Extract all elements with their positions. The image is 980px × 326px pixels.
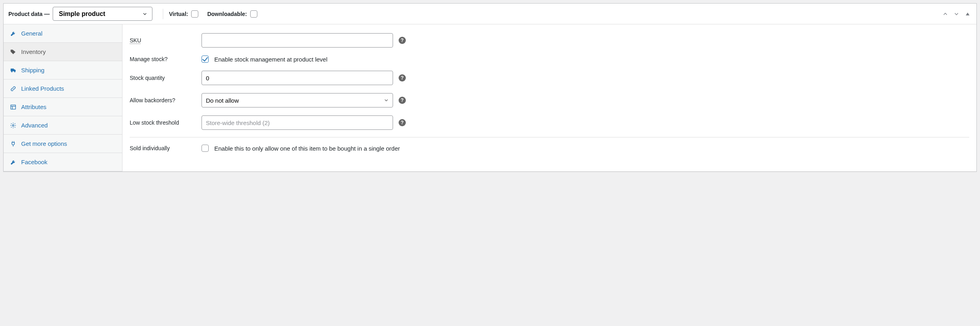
wrench-icon — [10, 159, 16, 165]
sidebar-tabs: GeneralInventoryShippingLinked ProductsA… — [4, 24, 122, 171]
manage-stock-label: Manage stock? — [130, 56, 202, 62]
tab-linked[interactable]: Linked Products — [4, 80, 122, 98]
sold-individually-label: Sold individually — [130, 145, 202, 151]
low-stock-input[interactable] — [202, 115, 393, 130]
tab-label: Shipping — [21, 67, 44, 74]
tab-label: Attributes — [21, 103, 46, 110]
tab-label: Get more options — [21, 140, 67, 147]
row-low-stock: Low stock threshold ? — [122, 111, 976, 134]
product-type-select[interactable]: Simple product — [53, 7, 152, 21]
divider — [163, 9, 163, 19]
collapse-icon[interactable] — [964, 10, 972, 18]
tab-label: Linked Products — [21, 85, 64, 92]
tab-label: Inventory — [21, 48, 46, 55]
product-data-panel: Product data — Simple product Virtual: D… — [3, 3, 977, 172]
downloadable-checkbox[interactable] — [250, 10, 257, 18]
help-icon[interactable]: ? — [399, 97, 406, 104]
row-manage-stock: Manage stock? Enable stock management at… — [122, 52, 976, 67]
truck-icon — [10, 67, 16, 74]
tab-shipping[interactable]: Shipping — [4, 61, 122, 80]
reorder-up-icon[interactable] — [941, 10, 949, 18]
tab-inventory[interactable]: Inventory — [4, 43, 122, 61]
tab-attributes[interactable]: Attributes — [4, 98, 122, 116]
svg-marker-0 — [966, 12, 969, 15]
backorders-label: Allow backorders? — [130, 97, 202, 103]
tag-icon — [10, 49, 16, 55]
low-stock-label: Low stock threshold — [130, 119, 202, 126]
tab-label: Advanced — [21, 122, 48, 129]
manage-stock-checkbox[interactable] — [202, 56, 209, 63]
separator — [130, 137, 969, 137]
inventory-panel: SKU ? Manage stock? Enable stock managem… — [122, 24, 976, 171]
tab-general[interactable]: General — [4, 24, 122, 43]
tab-label: General — [21, 30, 42, 37]
layout-icon — [10, 104, 16, 110]
sku-input[interactable] — [202, 33, 393, 48]
reorder-down-icon[interactable] — [952, 10, 960, 18]
tab-label: Facebook — [21, 159, 47, 165]
row-sold-individually: Sold individually Enable this to only al… — [122, 141, 976, 156]
plug-icon — [10, 141, 16, 147]
row-sku: SKU ? — [122, 29, 976, 52]
sku-label: SKU — [130, 37, 141, 44]
virtual-toggle[interactable]: Virtual: — [169, 10, 198, 18]
wrench-icon — [10, 30, 16, 37]
stock-qty-label: Stock quantity — [130, 75, 202, 81]
tab-facebook[interactable]: Facebook — [4, 153, 122, 171]
panel-header-actions — [941, 10, 972, 18]
backorders-select[interactable]: Do not allow — [202, 93, 393, 107]
manage-stock-text: Enable stock management at product level — [214, 56, 328, 63]
tab-advanced[interactable]: Advanced — [4, 116, 122, 135]
downloadable-toggle[interactable]: Downloadable: — [207, 10, 257, 18]
sold-individually-text: Enable this to only allow one of this it… — [214, 145, 400, 152]
help-icon[interactable]: ? — [399, 119, 406, 126]
virtual-checkbox[interactable] — [191, 10, 198, 18]
panel-body: GeneralInventoryShippingLinked ProductsA… — [4, 24, 976, 171]
link-icon — [10, 85, 16, 92]
row-backorders: Allow backorders? Do not allow ? — [122, 89, 976, 111]
help-icon[interactable]: ? — [399, 37, 406, 44]
help-icon[interactable]: ? — [399, 74, 406, 82]
tab-getmore[interactable]: Get more options — [4, 135, 122, 153]
sold-individually-checkbox[interactable] — [202, 145, 209, 152]
downloadable-label: Downloadable: — [207, 11, 247, 17]
row-stock-qty: Stock quantity ? — [122, 67, 976, 89]
virtual-label: Virtual: — [169, 11, 188, 17]
panel-header: Product data — Simple product Virtual: D… — [4, 4, 976, 24]
svg-point-4 — [12, 125, 14, 126]
svg-rect-1 — [11, 105, 16, 109]
gear-icon — [10, 122, 16, 129]
panel-title: Product data — — [8, 11, 49, 17]
stock-qty-input[interactable] — [202, 71, 393, 85]
